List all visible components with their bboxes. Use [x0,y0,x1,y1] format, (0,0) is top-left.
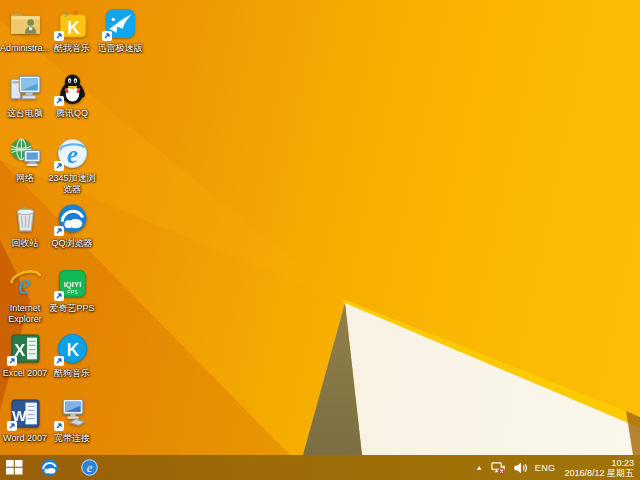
icon-label: 2345加速浏览器 [47,173,97,194]
excel-icon: X [9,332,42,365]
broadband-icon [56,397,89,430]
desktop-icon-kugou-music[interactable]: K酷狗音乐 [47,332,97,379]
desktop: Administra...这台电脑网络回收站eInternet Explorer… [0,0,640,480]
shortcut-arrow-icon [54,356,64,366]
icon-label: 爱奇艺PPS [47,303,97,314]
kugou-music-icon: K [56,332,89,365]
shortcut-arrow-icon [54,31,64,41]
kuwo-music-icon: K♪♫ [56,7,89,40]
recycle-bin-icon [9,202,42,235]
taskbar: e ▲ ENG 10:23 2016 [0,455,640,480]
clock-time: 10:23 [564,458,634,468]
svg-text:♫: ♫ [72,8,77,17]
svg-text:e: e [86,461,92,475]
icon-label: Excel 2007 [0,368,50,379]
shortcut-arrow-icon [102,31,112,41]
volume-icon[interactable] [513,461,528,475]
desktop-icon-xunlei[interactable]: 迅雷极速版 [95,7,145,54]
icon-label: Administra... [0,43,50,54]
shortcut-arrow-icon [54,226,64,236]
icon-label: 酷狗音乐 [47,368,97,379]
user-folder-icon [9,7,42,40]
icon-label: QQ浏览器 [47,238,97,249]
desktop-icon-grid: Administra...这台电脑网络回收站eInternet Explorer… [0,0,640,480]
desktop-icon-user-folder[interactable]: Administra... [0,7,50,54]
svg-text:iQIYI: iQIYI [63,280,81,289]
language-indicator[interactable]: ENG [535,463,556,473]
browser-2345-icon: e [56,137,89,170]
network-status-icon[interactable] [491,461,506,475]
desktop-icon-recycle-bin[interactable]: 回收站 [0,202,50,249]
show-hidden-icons-button[interactable]: ▲ [475,462,484,473]
icon-label: 酷我音乐 [47,43,97,54]
svg-text:K: K [67,18,80,38]
desktop-icon-qq-browser[interactable]: QQ浏览器 [47,202,97,249]
shortcut-arrow-icon [7,421,17,431]
taskbar-pinned-apps: e [28,455,104,480]
qq-browser-task-icon [40,458,59,477]
clock[interactable]: 10:23 2016/8/12 星期五 [562,458,636,478]
svg-text:PPS: PPS [67,289,78,295]
desktop-icon-internet-explorer[interactable]: eInternet Explorer [0,267,50,324]
icon-label: 网络 [0,173,50,184]
icon-label: Internet Explorer [0,303,50,324]
icon-label: 宽带连接 [47,433,97,444]
desktop-icon-word[interactable]: WWord 2007 [0,397,50,444]
svg-text:♪: ♪ [64,10,68,19]
taskbar-button-ie-task[interactable]: e [74,455,104,480]
shortcut-arrow-icon [54,161,64,171]
desktop-icon-tencent-qq[interactable]: 腾讯QQ [47,72,97,119]
windows-logo-icon [6,460,23,475]
taskbar-button-qq-browser-task[interactable] [34,455,64,480]
clock-date: 2016/8/12 星期五 [564,468,634,478]
desktop-icon-broadband[interactable]: 宽带连接 [47,397,97,444]
iqiyi-pps-icon: iQIYIPPS [56,267,89,300]
svg-text:K: K [66,340,79,360]
shortcut-arrow-icon [7,356,17,366]
start-button[interactable] [0,455,28,480]
shortcut-arrow-icon [54,421,64,431]
desktop-icon-excel[interactable]: XExcel 2007 [0,332,50,379]
system-tray: ▲ ENG 10:23 2016/8/12 星期五 [475,458,640,478]
word-icon: W [9,397,42,430]
network-icon [9,137,42,170]
shortcut-arrow-icon [54,96,64,106]
desktop-icon-iqiyi-pps[interactable]: iQIYIPPS爱奇艺PPS [47,267,97,314]
icon-label: 迅雷极速版 [95,43,145,54]
desktop-icon-browser-2345[interactable]: e2345加速浏览器 [47,137,97,194]
ie-task-icon: e [80,458,99,477]
desktop-icon-kuwo-music[interactable]: K♪♫酷我音乐 [47,7,97,54]
tencent-qq-icon [56,72,89,105]
icon-label: 回收站 [0,238,50,249]
shortcut-arrow-icon [54,291,64,301]
icon-label: Word 2007 [0,433,50,444]
icon-label: 腾讯QQ [47,108,97,119]
internet-explorer-icon: e [9,267,42,300]
desktop-icon-network[interactable]: 网络 [0,137,50,184]
xunlei-icon [104,7,137,40]
icon-label: 这台电脑 [0,108,50,119]
desktop-icon-this-pc[interactable]: 这台电脑 [0,72,50,119]
this-pc-icon [9,72,42,105]
qq-browser-icon [56,202,89,235]
